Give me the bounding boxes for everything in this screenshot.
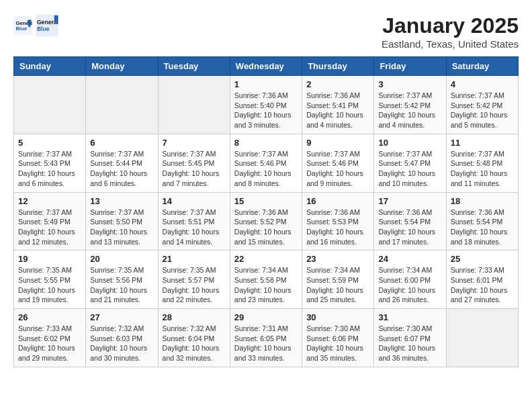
- week-row-2: 5Sunrise: 7:37 AMSunset: 5:43 PMDaylight…: [14, 134, 519, 192]
- day-number: 22: [234, 254, 298, 264]
- week-row-3: 12Sunrise: 7:37 AMSunset: 5:49 PMDayligh…: [14, 192, 519, 250]
- day-number: 11: [451, 138, 514, 148]
- day-number: 19: [18, 254, 81, 264]
- header-tuesday: Tuesday: [158, 57, 230, 76]
- day-info: Sunrise: 7:37 AMSunset: 5:44 PMDaylight:…: [90, 149, 153, 189]
- calendar-cell: [14, 76, 86, 134]
- day-info: Sunrise: 7:35 AMSunset: 5:57 PMDaylight:…: [163, 265, 226, 305]
- week-row-4: 19Sunrise: 7:35 AMSunset: 5:55 PMDayligh…: [14, 250, 519, 309]
- day-info: Sunrise: 7:37 AMSunset: 5:50 PMDaylight:…: [90, 208, 153, 247]
- day-number: 2: [306, 79, 369, 89]
- svg-marker-8: [54, 15, 58, 21]
- day-info: Sunrise: 7:36 AMSunset: 5:54 PMDaylight:…: [451, 208, 514, 247]
- calendar-cell: 12Sunrise: 7:37 AMSunset: 5:49 PMDayligh…: [14, 192, 86, 250]
- calendar-subtitle: Eastland, Texas, United States: [382, 38, 519, 50]
- day-info: Sunrise: 7:30 AMSunset: 6:07 PMDaylight:…: [378, 324, 441, 363]
- calendar-cell: 18Sunrise: 7:36 AMSunset: 5:54 PMDayligh…: [446, 192, 518, 250]
- calendar-cell: 23Sunrise: 7:34 AMSunset: 5:59 PMDayligh…: [302, 250, 374, 309]
- day-info: Sunrise: 7:37 AMSunset: 5:47 PMDaylight:…: [378, 149, 441, 189]
- calendar-cell: 1Sunrise: 7:36 AMSunset: 5:40 PMDaylight…: [230, 76, 302, 134]
- day-info: Sunrise: 7:37 AMSunset: 5:51 PMDaylight:…: [163, 208, 226, 247]
- calendar-cell: 9Sunrise: 7:37 AMSunset: 5:46 PMDaylight…: [302, 134, 374, 192]
- calendar-cell: 28Sunrise: 7:32 AMSunset: 6:04 PMDayligh…: [158, 309, 230, 367]
- calendar-table: Sunday Monday Tuesday Wednesday Thursday…: [13, 56, 519, 367]
- day-info: Sunrise: 7:37 AMSunset: 5:46 PMDaylight:…: [306, 149, 369, 189]
- calendar-cell: 16Sunrise: 7:36 AMSunset: 5:53 PMDayligh…: [302, 192, 374, 250]
- svg-text:Blue: Blue: [37, 26, 50, 32]
- calendar-cell: 19Sunrise: 7:35 AMSunset: 5:55 PMDayligh…: [14, 250, 86, 309]
- day-number: 10: [378, 138, 441, 148]
- day-info: Sunrise: 7:36 AMSunset: 5:52 PMDaylight:…: [234, 208, 298, 247]
- day-info: Sunrise: 7:31 AMSunset: 6:05 PMDaylight:…: [234, 324, 298, 363]
- calendar-cell: 8Sunrise: 7:37 AMSunset: 5:46 PMDaylight…: [230, 134, 302, 192]
- day-number: 5: [18, 138, 81, 148]
- day-number: 13: [90, 196, 153, 206]
- calendar-cell: 10Sunrise: 7:37 AMSunset: 5:47 PMDayligh…: [374, 134, 446, 192]
- day-number: 8: [234, 138, 298, 148]
- day-number: 14: [163, 196, 226, 206]
- calendar-cell: 14Sunrise: 7:37 AMSunset: 5:51 PMDayligh…: [158, 192, 230, 250]
- day-number: 1: [234, 79, 298, 89]
- day-number: 3: [378, 79, 441, 89]
- day-info: Sunrise: 7:34 AMSunset: 5:59 PMDaylight:…: [306, 265, 369, 305]
- calendar-cell: 15Sunrise: 7:36 AMSunset: 5:52 PMDayligh…: [230, 192, 302, 250]
- day-number: 20: [90, 254, 153, 264]
- day-number: 15: [234, 196, 298, 206]
- day-info: Sunrise: 7:35 AMSunset: 5:55 PMDaylight:…: [18, 265, 81, 305]
- calendar-cell: 2Sunrise: 7:36 AMSunset: 5:41 PMDaylight…: [302, 76, 374, 134]
- day-number: 9: [306, 138, 369, 148]
- day-number: 4: [451, 79, 514, 89]
- day-info: Sunrise: 7:37 AMSunset: 5:48 PMDaylight:…: [451, 149, 514, 189]
- calendar-cell: 30Sunrise: 7:30 AMSunset: 6:06 PMDayligh…: [302, 309, 374, 367]
- calendar-cell: 31Sunrise: 7:30 AMSunset: 6:07 PMDayligh…: [374, 309, 446, 367]
- calendar-cell: 21Sunrise: 7:35 AMSunset: 5:57 PMDayligh…: [158, 250, 230, 309]
- day-info: Sunrise: 7:32 AMSunset: 6:04 PMDaylight:…: [163, 324, 226, 363]
- header-thursday: Thursday: [302, 57, 374, 76]
- calendar-cell: [158, 76, 230, 134]
- calendar-cell: 6Sunrise: 7:37 AMSunset: 5:44 PMDaylight…: [86, 134, 158, 192]
- day-number: 12: [18, 196, 81, 206]
- day-info: Sunrise: 7:37 AMSunset: 5:46 PMDaylight:…: [234, 149, 298, 189]
- day-info: Sunrise: 7:33 AMSunset: 6:01 PMDaylight:…: [451, 265, 514, 305]
- day-info: Sunrise: 7:37 AMSunset: 5:45 PMDaylight:…: [163, 149, 226, 189]
- calendar-cell: 29Sunrise: 7:31 AMSunset: 6:05 PMDayligh…: [230, 309, 302, 367]
- calendar-cell: 17Sunrise: 7:36 AMSunset: 5:54 PMDayligh…: [374, 192, 446, 250]
- week-row-1: 1Sunrise: 7:36 AMSunset: 5:40 PMDaylight…: [14, 76, 519, 134]
- calendar-cell: 13Sunrise: 7:37 AMSunset: 5:50 PMDayligh…: [86, 192, 158, 250]
- day-info: Sunrise: 7:36 AMSunset: 5:54 PMDaylight:…: [378, 208, 441, 247]
- day-info: Sunrise: 7:34 AMSunset: 6:00 PMDaylight:…: [378, 265, 441, 305]
- day-info: Sunrise: 7:36 AMSunset: 5:53 PMDaylight:…: [306, 208, 369, 247]
- header-saturday: Saturday: [446, 57, 518, 76]
- header-sunday: Sunday: [14, 57, 86, 76]
- calendar-cell: 4Sunrise: 7:37 AMSunset: 5:42 PMDaylight…: [446, 76, 518, 134]
- day-number: 23: [306, 254, 369, 264]
- day-info: Sunrise: 7:37 AMSunset: 5:42 PMDaylight:…: [451, 91, 514, 130]
- header-friday: Friday: [374, 57, 446, 76]
- day-number: 17: [378, 196, 441, 206]
- week-row-5: 26Sunrise: 7:33 AMSunset: 6:02 PMDayligh…: [14, 309, 519, 367]
- day-number: 24: [378, 254, 441, 264]
- title-block: January 2025 Eastland, Texas, United Sta…: [382, 13, 519, 50]
- header-monday: Monday: [86, 57, 158, 76]
- calendar-cell: 22Sunrise: 7:34 AMSunset: 5:58 PMDayligh…: [230, 250, 302, 309]
- calendar-cell: 25Sunrise: 7:33 AMSunset: 6:01 PMDayligh…: [446, 250, 518, 309]
- calendar-title: January 2025: [382, 13, 519, 38]
- header-wednesday: Wednesday: [230, 57, 302, 76]
- calendar-cell: 5Sunrise: 7:37 AMSunset: 5:43 PMDaylight…: [14, 134, 86, 192]
- day-number: 29: [234, 312, 298, 322]
- day-number: 7: [163, 138, 226, 148]
- day-info: Sunrise: 7:35 AMSunset: 5:56 PMDaylight:…: [90, 265, 153, 305]
- days-header-row: Sunday Monday Tuesday Wednesday Thursday…: [14, 57, 519, 76]
- day-number: 21: [163, 254, 226, 264]
- day-info: Sunrise: 7:36 AMSunset: 5:40 PMDaylight:…: [234, 91, 298, 130]
- calendar-cell: 11Sunrise: 7:37 AMSunset: 5:48 PMDayligh…: [446, 134, 518, 192]
- svg-marker-3: [28, 20, 32, 25]
- day-number: 26: [18, 312, 81, 322]
- day-info: Sunrise: 7:36 AMSunset: 5:41 PMDaylight:…: [306, 91, 369, 130]
- day-number: 25: [451, 254, 514, 264]
- day-info: Sunrise: 7:34 AMSunset: 5:58 PMDaylight:…: [234, 265, 298, 305]
- day-number: 27: [90, 312, 153, 322]
- day-number: 28: [163, 312, 226, 322]
- day-number: 6: [90, 138, 153, 148]
- logo: General Blue General Blue: [13, 13, 59, 38]
